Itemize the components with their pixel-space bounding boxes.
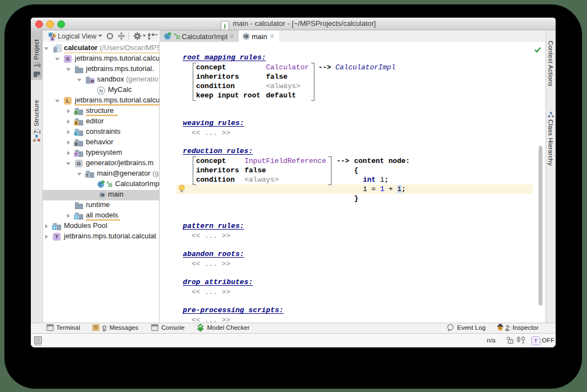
- svg-text:L: L: [53, 34, 56, 37]
- svg-text:D: D: [49, 33, 52, 37]
- svg-text:N: N: [99, 88, 103, 94]
